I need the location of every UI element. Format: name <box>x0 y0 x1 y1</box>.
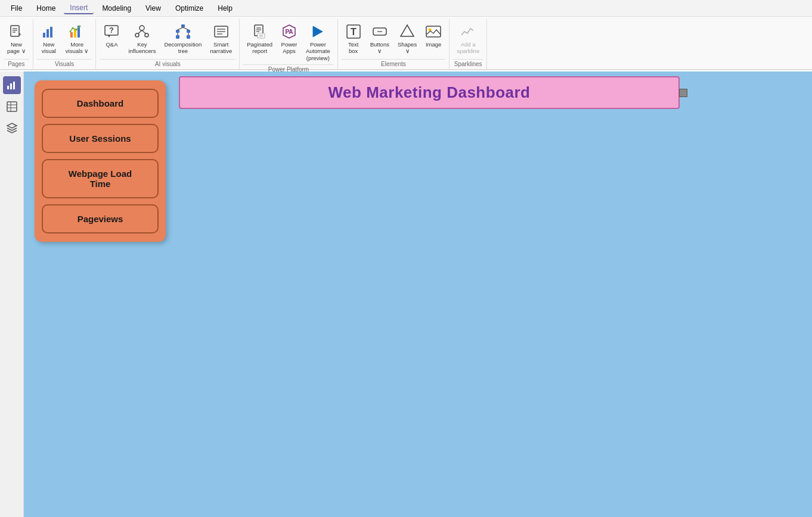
ribbon: + New page ∨ Pages New visual More visua… <box>0 17 812 70</box>
new-visual-icon <box>41 23 57 40</box>
paginated-report-icon <box>252 23 268 40</box>
more-visuals-icon <box>69 23 85 40</box>
ribbon-items-ai: ? Q&A Key influencers Decomposition tree <box>100 19 235 58</box>
new-visual-button[interactable]: New visual <box>37 21 61 57</box>
menu-bar: File Home Insert Modeling View Optimize … <box>0 0 812 17</box>
svg-rect-54 <box>10 83 12 89</box>
svg-rect-55 <box>13 82 15 89</box>
ribbon-group-label-pages: Pages <box>4 59 29 69</box>
smart-narrative-icon <box>213 23 230 40</box>
sidebar-icon-table[interactable] <box>3 98 21 116</box>
menu-view[interactable]: View <box>140 3 167 14</box>
svg-rect-25 <box>187 30 190 33</box>
svg-point-12 <box>72 27 74 29</box>
shapes-button[interactable]: Shapes ∨ <box>394 21 420 57</box>
ribbon-group-label-elements: Elements <box>342 59 445 69</box>
svg-rect-5 <box>43 33 45 38</box>
menu-optimize[interactable]: Optimize <box>169 3 209 14</box>
svg-rect-23 <box>181 24 185 27</box>
smart-narrative-button[interactable]: Smart narrative <box>206 21 235 57</box>
menu-help[interactable]: Help <box>212 3 238 14</box>
decomposition-tree-button[interactable]: Decomposition tree <box>160 21 205 57</box>
buttons-icon <box>371 23 388 40</box>
power-apps-icon: PA <box>281 23 297 40</box>
canvas-area: Dashboard User Sessions Webpage Load Tim… <box>24 71 812 517</box>
svg-rect-40 <box>258 33 265 38</box>
ribbon-group-label-visuals: Visuals <box>37 59 92 69</box>
ribbon-items-power: Paginated report PA Power Apps Power Aut… <box>243 19 333 63</box>
paginated-report-label: Paginated report <box>247 41 272 55</box>
image-label: Image <box>426 41 441 48</box>
key-influencers-button[interactable]: Key influencers <box>125 21 159 57</box>
svg-point-18 <box>140 26 144 30</box>
svg-point-52 <box>429 29 432 32</box>
title-handle[interactable] <box>679 89 687 97</box>
svg-point-13 <box>76 29 78 31</box>
menu-insert[interactable]: Insert <box>64 2 94 14</box>
menu-file[interactable]: File <box>5 3 28 14</box>
text-box-button[interactable]: T Text box <box>342 21 365 57</box>
ribbon-group-label-sparklines: Sparklines <box>453 59 483 69</box>
svg-rect-8 <box>70 32 73 38</box>
ribbon-group-label-ai: AI visuals <box>100 59 235 69</box>
shapes-label: Shapes ∨ <box>398 41 417 55</box>
power-automate-icon <box>309 23 326 40</box>
svg-marker-50 <box>401 25 414 36</box>
qa-icon: ? <box>103 23 120 40</box>
more-visuals-button[interactable]: More visuals ∨ <box>62 21 92 57</box>
webpage-load-time-button[interactable]: Webpage Load Time <box>42 159 159 198</box>
new-page-button[interactable]: + New page ∨ <box>4 21 29 57</box>
ribbon-group-power-platform: Paginated report PA Power Apps Power Aut… <box>240 19 337 69</box>
ribbon-items-elements: T Text box Buttons ∨ Shapes ∨ <box>342 19 445 58</box>
ribbon-items-pages: + New page ∨ <box>4 19 29 58</box>
svg-point-19 <box>135 33 139 37</box>
svg-line-22 <box>142 30 145 33</box>
dashboard-title: Web Marketing Dashboard <box>328 83 531 102</box>
ribbon-group-pages: + New page ∨ Pages <box>0 19 33 69</box>
svg-rect-53 <box>7 86 9 89</box>
title-box: Web Marketing Dashboard <box>179 76 680 109</box>
ribbon-group-ai-visuals: ? Q&A Key influencers Decomposition tree <box>96 19 240 69</box>
svg-rect-27 <box>187 35 190 39</box>
sidebar-icon-bar-chart[interactable] <box>3 76 21 94</box>
svg-rect-6 <box>47 29 49 38</box>
power-apps-button[interactable]: PA Power Apps <box>277 21 301 57</box>
svg-rect-24 <box>176 30 179 33</box>
qa-button[interactable]: ? Q&A <box>100 21 123 49</box>
menu-modeling[interactable]: Modeling <box>96 3 137 14</box>
power-automate-label: Power Automate (preview) <box>306 41 330 61</box>
svg-marker-17 <box>108 35 110 38</box>
buttons-button[interactable]: Buttons ∨ <box>367 21 393 57</box>
qa-label: Q&A <box>106 41 117 48</box>
svg-line-28 <box>178 27 183 30</box>
svg-rect-26 <box>176 35 179 39</box>
menu-home[interactable]: Home <box>30 3 61 14</box>
ribbon-group-visuals: New visual More visuals ∨ Visuals <box>33 19 97 69</box>
svg-marker-45 <box>313 26 323 37</box>
smart-narrative-label: Smart narrative <box>210 41 232 55</box>
new-page-label: New page ∨ <box>7 41 26 55</box>
shapes-icon <box>399 23 416 40</box>
user-sessions-button[interactable]: User Sessions <box>42 124 159 153</box>
dashboard-button[interactable]: Dashboard <box>42 89 159 118</box>
new-visual-label: New visual <box>42 41 56 55</box>
key-influencers-label: Key influencers <box>128 41 156 55</box>
sidebar-icon-layers[interactable] <box>3 119 21 137</box>
text-box-label: Text box <box>348 41 358 55</box>
svg-rect-56 <box>7 102 17 111</box>
svg-point-20 <box>145 33 148 37</box>
ribbon-group-sparklines: Add a sparkline Sparklines <box>450 19 487 69</box>
svg-rect-7 <box>50 27 52 38</box>
ribbon-items-sparklines: Add a sparkline <box>453 19 483 58</box>
nav-panel: Dashboard User Sessions Webpage Load Tim… <box>35 80 166 242</box>
svg-line-21 <box>138 30 142 33</box>
pageviews-button[interactable]: Pageviews <box>42 204 159 233</box>
paginated-report-button[interactable]: Paginated report <box>243 21 276 57</box>
image-button[interactable]: Image <box>422 21 445 49</box>
key-influencers-icon <box>134 23 150 40</box>
svg-rect-0 <box>11 26 19 36</box>
left-sidebar <box>0 71 24 517</box>
text-box-icon: T <box>345 23 362 40</box>
power-automate-button[interactable]: Power Automate (preview) <box>302 21 334 63</box>
image-icon <box>425 23 442 40</box>
